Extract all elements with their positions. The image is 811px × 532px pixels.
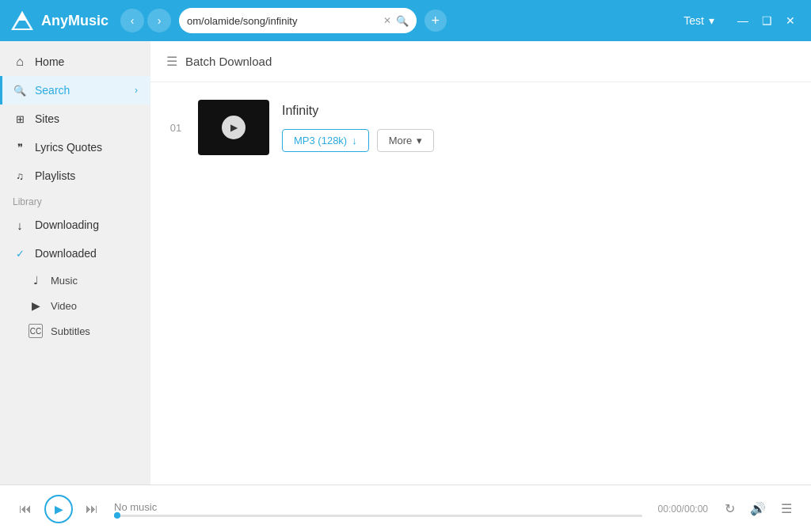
player-bar: ⏮ ▶ ⏭ No music 00:00/00:00 ↻ 🔊 ☰ <box>0 484 811 532</box>
download-mp3-button[interactable]: MP3 (128k) ↓ <box>282 129 369 152</box>
player-right-controls: ↻ 🔊 ☰ <box>718 497 798 521</box>
svg-marker-2 <box>17 11 27 21</box>
window-controls: — ❑ ✕ <box>732 10 801 32</box>
sidebar-item-label: Music <box>51 275 78 287</box>
search-icon: 🔍 <box>13 83 27 97</box>
sidebar-item-search[interactable]: 🔍 Search › <box>0 76 150 104</box>
sidebar-item-label: Downloaded <box>35 247 138 260</box>
user-chevron-icon: ▾ <box>709 14 714 27</box>
downloaded-icon: ✓ <box>13 246 27 260</box>
player-controls: ⏮ ▶ ⏭ <box>13 495 105 523</box>
nav-forward-button[interactable]: › <box>147 9 171 32</box>
play-button-overlay[interactable]: ▶ <box>222 116 246 139</box>
subtitles-icon: CC <box>29 324 43 338</box>
song-list: 01 ▶ Infinity MP3 (128k) ↓ More <box>150 82 811 484</box>
song-info: Infinity MP3 (128k) ↓ More ▾ <box>282 104 795 152</box>
queue-button[interactable]: ☰ <box>775 497 798 521</box>
player-info: No music <box>114 501 642 517</box>
url-close-icon[interactable]: ✕ <box>383 15 391 26</box>
url-search-icon[interactable]: 🔍 <box>396 15 409 27</box>
repeat-button[interactable]: ↻ <box>718 497 741 521</box>
content-area: ☰ Batch Download 01 ▶ Infinity MP3 (128k… <box>150 41 811 484</box>
previous-button[interactable]: ⏮ <box>13 496 38 522</box>
song-actions: MP3 (128k) ↓ More ▾ <box>282 129 795 152</box>
sidebar-item-label: Home <box>35 55 138 68</box>
sidebar-item-label: Sites <box>35 112 138 125</box>
progress-bar[interactable] <box>114 515 642 517</box>
sidebar-item-music[interactable]: ♩ Music <box>0 268 150 293</box>
nav-back-button[interactable]: ‹ <box>120 9 144 32</box>
url-bar[interactable]: om/olamide/song/infinity ✕ 🔍 <box>179 8 417 33</box>
sites-icon: ⊞ <box>13 112 27 126</box>
chevron-down-icon: ▾ <box>417 135 422 146</box>
sidebar-item-lyrics-quotes[interactable]: ❞ Lyrics Quotes <box>0 133 150 162</box>
play-icon: ▶ <box>230 122 238 133</box>
home-icon: ⌂ <box>13 55 27 69</box>
sidebar-item-label: Video <box>51 300 77 312</box>
sidebar-item-label: Playlists <box>35 169 138 182</box>
download-icon: ↓ <box>352 135 357 146</box>
minimize-button[interactable]: — <box>732 10 754 32</box>
song-title: Infinity <box>282 104 795 118</box>
volume-button[interactable]: 🔊 <box>746 497 770 521</box>
sidebar: ⌂ Home 🔍 Search › ⊞ Sites ❞ Lyrics Quote… <box>0 41 150 484</box>
more-label: More <box>389 135 413 146</box>
url-text: om/olamide/song/infinity <box>187 15 379 27</box>
song-thumbnail[interactable]: ▶ <box>198 100 269 155</box>
sidebar-item-video[interactable]: ▶ Video <box>0 293 150 318</box>
sidebar-item-home[interactable]: ⌂ Home <box>0 48 150 76</box>
sidebar-item-sites[interactable]: ⊞ Sites <box>0 104 150 133</box>
nav-buttons: ‹ › <box>120 9 171 32</box>
play-pause-button[interactable]: ▶ <box>44 495 73 523</box>
music-note-icon: ♩ <box>29 273 43 287</box>
main-layout: ⌂ Home 🔍 Search › ⊞ Sites ❞ Lyrics Quote… <box>0 41 811 484</box>
user-menu[interactable]: Test ▾ <box>683 14 714 27</box>
sidebar-item-subtitles[interactable]: CC Subtitles <box>0 318 150 344</box>
sidebar-item-playlists[interactable]: ♫ Playlists <box>0 162 150 190</box>
download-label: MP3 (128k) <box>294 135 347 146</box>
content-toolbar: ☰ Batch Download <box>150 41 811 82</box>
downloading-icon: ↓ <box>13 218 27 232</box>
more-options-button[interactable]: More ▾ <box>377 129 435 152</box>
maximize-button[interactable]: ❑ <box>756 10 778 32</box>
library-section-label: Library <box>0 190 150 211</box>
table-row: 01 ▶ Infinity MP3 (128k) ↓ More <box>150 90 811 165</box>
no-music-label: No music <box>114 501 642 513</box>
app-logo <box>10 8 35 33</box>
next-button[interactable]: ⏭ <box>79 496 105 522</box>
user-name: Test <box>683 14 704 27</box>
batch-download-label: Batch Download <box>185 55 272 68</box>
sidebar-item-label: Lyrics Quotes <box>35 141 138 154</box>
add-tab-button[interactable]: + <box>425 10 447 32</box>
time-display: 00:00/00:00 <box>658 504 708 515</box>
sidebar-item-downloading[interactable]: ↓ Downloading <box>0 211 150 239</box>
sidebar-item-label: Search <box>35 84 127 97</box>
app-name: AnyMusic <box>41 13 109 29</box>
lyrics-icon: ❞ <box>13 140 27 154</box>
logo-area: AnyMusic <box>10 8 112 33</box>
chevron-right-icon: › <box>135 85 138 96</box>
close-button[interactable]: ✕ <box>779 10 801 32</box>
titlebar: AnyMusic ‹ › om/olamide/song/infinity ✕ … <box>0 0 811 41</box>
progress-dot <box>114 512 120 519</box>
batch-download-icon: ☰ <box>166 54 177 69</box>
sidebar-item-label: Subtitles <box>51 325 90 337</box>
video-icon: ▶ <box>29 298 43 313</box>
sidebar-item-label: Downloading <box>35 218 138 231</box>
playlists-icon: ♫ <box>13 169 27 183</box>
sidebar-item-downloaded[interactable]: ✓ Downloaded <box>0 239 150 268</box>
song-number: 01 <box>166 122 185 134</box>
